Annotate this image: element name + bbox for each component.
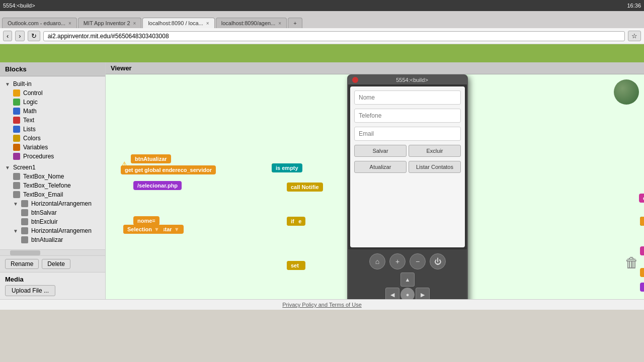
nome-eq-label: nome= — [137, 218, 155, 224]
horiz-scrollbar-thumb[interactable] — [10, 250, 40, 255]
screen1-label: Screen1 — [13, 164, 36, 171]
listpicker-dropdown[interactable]: ▼ — [174, 226, 180, 232]
nome-eq-block[interactable]: nome= — [133, 216, 159, 225]
app-toolbar — [0, 44, 644, 62]
phone-home-button[interactable]: ⌂ — [369, 253, 385, 269]
sidebar-item-math[interactable]: Math — [10, 107, 103, 116]
builtin-toggle[interactable]: ▼ Built-in — [2, 79, 103, 88]
forward-button[interactable]: › — [15, 31, 24, 41]
selecionar-label: /selecionar.php — [137, 183, 178, 189]
sidebar-item-btnsalvar[interactable]: btnSalvar — [18, 208, 103, 217]
tab-localhost1-label: localhost:8090 / loca... — [148, 20, 203, 26]
sidebar-item-logic[interactable]: Logic — [10, 98, 103, 107]
tab-appinventor-close[interactable]: × — [133, 21, 136, 26]
horz2-label: HorizontalArrangemen — [31, 227, 92, 234]
phone-email-input[interactable] — [354, 127, 461, 141]
variables-color — [13, 144, 20, 151]
btnatualizar-block-label: btnAtualizar — [135, 156, 167, 162]
sidebar-item-variables[interactable]: Variables — [10, 143, 103, 152]
sidebar-item-textbox-nome[interactable]: TextBox_Nome — [10, 172, 103, 181]
horz2-icon — [21, 227, 28, 234]
btnatualizar-label: btnAtualizar — [31, 236, 63, 243]
call-notif-block[interactable]: call Notifie — [287, 183, 323, 192]
window-title: 5554:<build> — [3, 3, 35, 9]
phone-volume-down-button[interactable]: − — [410, 253, 426, 269]
sidebar-item-procedures[interactable]: Procedures — [10, 152, 103, 161]
is-empty-block[interactable]: is empty — [272, 163, 302, 172]
tab-appinventor-label: MIT App Inventor 2 — [84, 20, 130, 26]
url-input[interactable] — [43, 31, 625, 41]
rename-button[interactable]: Rename — [5, 259, 39, 269]
sidebar-item-btnatualizar[interactable]: btnAtualizar — [18, 235, 103, 244]
upload-file-button[interactable]: Upload File ... — [5, 285, 55, 296]
control-color — [13, 89, 20, 97]
tab-bar: Outlook.com - eduaro... × MIT App Invent… — [0, 11, 644, 28]
alterar-block[interactable]: /alterar.php — [640, 283, 644, 292]
media-header: Media — [5, 276, 100, 283]
delete-button[interactable]: Delete — [42, 259, 70, 269]
sidebar-item-horz1[interactable]: ▼ HorizontalArrangemen — [10, 199, 103, 208]
tab-outlook-close[interactable]: × — [68, 21, 71, 26]
if2-block[interactable]: if — [287, 217, 298, 226]
sidebar-item-textbox-telefone[interactable]: TextBox_Telefone — [10, 181, 103, 190]
get-global2-block[interactable]: get global endereco_servidor — [640, 268, 644, 277]
privacy-link[interactable]: Privacy Policy and Terms of Use — [282, 302, 362, 308]
refresh-button[interactable]: ↻ — [28, 31, 40, 41]
tab-localhost1-close[interactable]: × — [206, 21, 209, 26]
phone-nome-input[interactable] — [354, 90, 461, 105]
phone-close-button[interactable] — [352, 77, 358, 83]
selection-block[interactable]: Selection ▼ — [123, 225, 164, 234]
btnatualizar-block[interactable]: btnAtualizar — [131, 154, 171, 163]
phone-dpad-center[interactable]: ● — [400, 288, 415, 299]
sidebar-item-lists[interactable]: Lists — [10, 125, 103, 134]
sidebar-item-text[interactable]: Text — [10, 116, 103, 125]
phone-volume-up-button[interactable]: + — [389, 253, 406, 269]
get-global-block[interactable]: get get global endereco_servidor — [121, 165, 216, 174]
builtin-section: ▼ Built-in Control Logic Math — [2, 79, 103, 161]
tab-localhost1[interactable]: localhost:8090 / loca... × — [142, 18, 214, 28]
btnexcluir-label: btnExcluir — [31, 218, 58, 225]
phone-dpad-left[interactable]: ◀ — [385, 288, 399, 299]
tab-outlook-label: Outlook.com - eduaro... — [8, 20, 65, 26]
sidebar-item-control[interactable]: Control — [10, 88, 103, 98]
bookmark-button[interactable]: ☆ — [628, 31, 641, 41]
textbox-email-label: TextBox_Email — [23, 191, 63, 198]
phone-dpad-up[interactable]: ▲ — [400, 273, 415, 287]
phone-power-button[interactable]: ⏻ — [430, 253, 446, 269]
lists-color — [13, 126, 20, 133]
nome-nao-vazio-block[interactable]: nome e telefone não pode estar vazio — [640, 246, 644, 255]
selection-dropdown[interactable]: ▼ — [154, 226, 159, 232]
get-label: get — [125, 167, 133, 173]
sidebar-item-textbox-email[interactable]: TextBox_Email — [10, 190, 103, 199]
math-label: Math — [23, 108, 37, 115]
back-button[interactable]: ‹ — [3, 31, 12, 41]
builtin-items: Control Logic Math Text — [10, 88, 103, 161]
screen1-toggle[interactable]: ▼ Screen1 — [2, 163, 103, 172]
phone-listar-button[interactable]: Listar Contatos — [409, 161, 461, 173]
trash-icon[interactable]: 🗑 — [625, 254, 639, 271]
phone-excluir-button[interactable]: Excluir — [409, 145, 461, 157]
textbox-telefone-icon — [13, 182, 20, 189]
tab-localhost2-label: localhost:8090/agen... — [221, 20, 276, 26]
tab-localhost2-close[interactable]: × — [278, 21, 281, 26]
tab-localhost2[interactable]: localhost:8090/agen... × — [216, 18, 287, 28]
selecionar-block[interactable]: /selecionar.php — [133, 181, 182, 190]
phone-dpad-right[interactable]: ▶ — [416, 288, 430, 299]
procedures-color — [13, 153, 20, 160]
tab-outlook[interactable]: Outlook.com - eduaro... × — [2, 18, 77, 28]
tab-new[interactable]: + — [288, 18, 302, 28]
sidebar-item-horz2[interactable]: ▼ HorizontalArrangemen — [10, 226, 103, 235]
horiz-scrollbar[interactable] — [0, 249, 105, 255]
set-block[interactable]: set — [287, 261, 303, 270]
esta-selecionado-block[interactable]: está selecionado — [639, 194, 644, 203]
screen1-chevron: ▼ — [5, 165, 10, 170]
sidebar-item-colors[interactable]: Colors — [10, 134, 103, 143]
phone-telefone-input[interactable] — [354, 109, 461, 123]
phone-salvar-button[interactable]: Salvar — [354, 145, 407, 157]
sidebar-item-btnexcluir[interactable]: btnExcluir — [18, 217, 103, 226]
tab-appinventor[interactable]: MIT App Inventor 2 × — [78, 18, 142, 28]
phone-atualizar-button[interactable]: Atualizar — [354, 161, 407, 173]
textbox-telefone-block[interactable]: TextBox_Telefone — [640, 217, 644, 226]
content-area: Blocks ▼ Built-in Control Logic — [0, 62, 644, 299]
horz2-children: btnAtualizar — [18, 235, 103, 244]
